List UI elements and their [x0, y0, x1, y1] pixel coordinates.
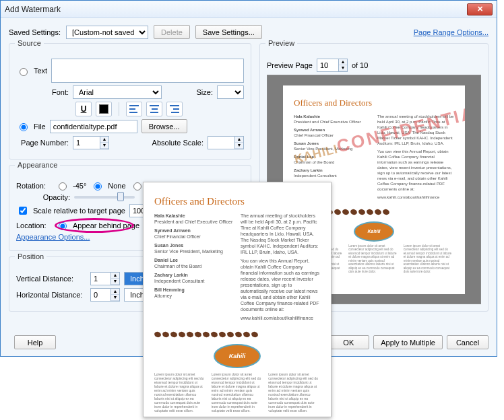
- location-label: Location:: [16, 221, 51, 230]
- doc-title: Officers and Directors: [294, 98, 454, 108]
- absolute-scale-spinner[interactable]: ▲▼: [208, 136, 244, 149]
- save-settings-button[interactable]: Save Settings...: [195, 25, 262, 39]
- horizontal-distance-label: Horizontal Distance:: [16, 291, 86, 299]
- location-behind-label: Appear behind page: [73, 221, 139, 230]
- delete-button[interactable]: Delete: [154, 25, 190, 39]
- cancel-button[interactable]: Cancel: [447, 335, 489, 349]
- opacity-label: Opacity:: [16, 193, 70, 201]
- appearance-options-link[interactable]: Appearance Options...: [16, 233, 90, 241]
- file-path-input[interactable]: [50, 120, 137, 133]
- preview-page-label: Preview Page: [267, 61, 313, 69]
- window-title: Add Watermark: [5, 5, 61, 14]
- size-dropdown[interactable]: [217, 85, 244, 99]
- rotation-label: Rotation:: [16, 182, 51, 190]
- rotation-neg45-radio[interactable]: [59, 182, 67, 190]
- position-group-label: Position: [15, 252, 46, 260]
- page-range-options-link[interactable]: Page Range Options...: [414, 28, 489, 36]
- help-button[interactable]: Help: [14, 335, 56, 349]
- doc-title: Officers and Directors: [154, 196, 320, 207]
- page-number-label: Page Number:: [16, 139, 69, 147]
- kahili-logo: Kahili: [214, 344, 261, 368]
- source-group-label: Source: [15, 39, 44, 47]
- absolute-scale-label: Absolute Scale:: [152, 139, 203, 147]
- rotation-none-radio[interactable]: [94, 182, 102, 190]
- font-dropdown[interactable]: Arial: [73, 85, 162, 99]
- saved-settings-dropdown[interactable]: [Custom-not saved]: [66, 26, 148, 39]
- opacity-slider[interactable]: [74, 196, 135, 199]
- close-button[interactable]: ✕: [467, 3, 493, 15]
- align-right-button[interactable]: [166, 102, 183, 116]
- scale-relative-checkbox[interactable]: [19, 207, 27, 215]
- horizontal-distance-spinner[interactable]: ▲▼: [90, 288, 120, 302]
- source-file-label: File: [34, 123, 46, 131]
- source-text-label: Text: [34, 67, 47, 75]
- titlebar[interactable]: Add Watermark ✕: [1, 1, 497, 18]
- watermark-text-input[interactable]: [51, 59, 244, 83]
- size-label: Size:: [197, 88, 213, 96]
- source-group: Source Text Font: Arial Size: U: [9, 43, 251, 160]
- align-left-button[interactable]: [126, 102, 142, 116]
- preview-page-total: of 10: [352, 61, 368, 69]
- source-file-radio[interactable]: [20, 123, 28, 131]
- text-color-button[interactable]: [96, 102, 112, 116]
- page-number-spinner[interactable]: ▲▼: [73, 136, 109, 149]
- appearance-group-label: Appearance: [15, 161, 60, 169]
- saved-settings-label: Saved Settings:: [9, 28, 61, 36]
- apply-to-multiple-button[interactable]: Apply to Multiple: [373, 335, 443, 349]
- preview-page-spinner[interactable]: ▲▼: [317, 59, 348, 72]
- rotation-45-radio[interactable]: [133, 182, 141, 190]
- location-behind-radio[interactable]: [59, 222, 67, 230]
- font-label: Font:: [16, 88, 69, 96]
- floating-document-preview: Officers and Directors Hala KalashiePres…: [143, 182, 332, 417]
- ok-button[interactable]: OK: [327, 335, 369, 349]
- scale-relative-label: Scale relative to target page: [33, 207, 125, 215]
- browse-button[interactable]: Browse...: [141, 119, 187, 133]
- vertical-distance-spinner[interactable]: ▲▼: [90, 272, 120, 285]
- kahili-logo: Kahili: [354, 221, 394, 242]
- preview-group-label: Preview: [265, 39, 297, 47]
- source-text-radio[interactable]: [20, 68, 28, 76]
- underline-button[interactable]: U: [75, 102, 92, 116]
- align-center-button[interactable]: [146, 102, 162, 116]
- vertical-distance-label: Vertical Distance:: [16, 275, 86, 283]
